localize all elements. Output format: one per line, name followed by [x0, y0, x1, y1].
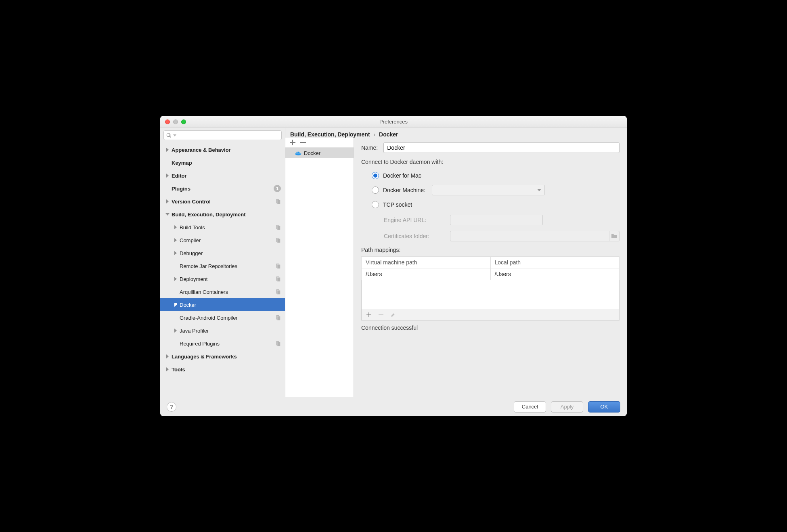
chevron-right-icon	[165, 354, 170, 359]
breadcrumb-separator-icon: ›	[371, 131, 377, 138]
tree-item-label: Build, Execution, Deployment	[172, 212, 281, 218]
update-badge: 1	[274, 185, 281, 192]
svg-rect-0	[300, 142, 306, 143]
tree-item-label: Debugger	[180, 250, 281, 256]
folder-icon	[611, 233, 617, 239]
footer: ? Cancel Apply OK	[160, 397, 627, 416]
path-mappings-empty-area[interactable]	[361, 280, 620, 309]
name-input[interactable]	[383, 142, 620, 153]
window-title: Preferences	[160, 119, 627, 125]
tree-item-gradle-android-compiler[interactable]: Gradle-Android Compiler	[160, 311, 285, 324]
help-button[interactable]: ?	[167, 402, 176, 412]
titlebar: Preferences	[160, 116, 627, 128]
sidebar: Appearance & BehaviorKeymapEditorPlugins…	[160, 128, 285, 397]
tree-item-label: Compiler	[180, 237, 273, 243]
apply-button[interactable]: Apply	[551, 401, 583, 413]
chevron-down-icon	[165, 212, 170, 217]
radio-tcp-socket[interactable]: TCP socket	[372, 197, 620, 212]
tree-item-compiler[interactable]: Compiler	[160, 234, 285, 247]
search-input[interactable]	[178, 132, 279, 138]
tree-item-required-plugins[interactable]: Required Plugins	[160, 337, 285, 350]
search-history-icon[interactable]	[173, 134, 176, 136]
path-mappings-table[interactable]: Virtual machine path Local path /Users/U…	[361, 256, 620, 280]
tree-item-version-control[interactable]: Version Control	[160, 195, 285, 208]
cell-vm-path[interactable]: /Users	[362, 268, 491, 280]
remove-mapping-button[interactable]	[378, 312, 384, 318]
radio-icon	[372, 172, 379, 179]
radio-icon	[372, 186, 379, 194]
add-mapping-button[interactable]	[366, 312, 372, 318]
tree-item-keymap[interactable]: Keymap	[160, 156, 285, 169]
breadcrumb: Build, Execution, Deployment › Docker	[285, 128, 627, 138]
engine-url-label: Engine API URL:	[384, 217, 444, 223]
tree-item-debugger[interactable]: Debugger	[160, 247, 285, 260]
tree-item-plugins[interactable]: Plugins1	[160, 182, 285, 195]
tree-item-label: Deployment	[180, 276, 273, 282]
cell-local-path[interactable]: /Users	[490, 268, 620, 280]
tree-item-remote-jar-repositories[interactable]: Remote Jar Repositories	[160, 260, 285, 272]
preferences-window: Preferences Appearance & BehaviorKeymapE…	[160, 116, 627, 416]
docker-machine-combo[interactable]	[432, 185, 545, 195]
chevron-right-icon	[173, 302, 178, 307]
engine-url-input[interactable]	[450, 215, 543, 225]
spacer-icon	[173, 264, 178, 268]
tree-item-label: Editor	[172, 173, 281, 179]
per-project-icon	[275, 237, 281, 243]
chevron-right-icon	[165, 147, 170, 152]
radio-docker-machine[interactable]: Docker Machine:	[372, 183, 620, 197]
name-label: Name:	[361, 145, 378, 151]
tree-item-label: Keymap	[172, 160, 281, 166]
per-project-icon	[275, 263, 281, 269]
tree-item-label: Appearance & Behavior	[172, 147, 281, 153]
col-vm-path[interactable]: Virtual machine path	[362, 257, 491, 268]
settings-tree[interactable]: Appearance & BehaviorKeymapEditorPlugins…	[160, 142, 285, 397]
chevron-right-icon	[165, 199, 170, 204]
tree-item-docker[interactable]: Docker	[160, 298, 285, 311]
certs-folder-input[interactable]	[450, 231, 609, 241]
tree-item-arquillian-containers[interactable]: Arquillian Containers	[160, 285, 285, 298]
tree-item-languages-frameworks[interactable]: Languages & Frameworks	[160, 350, 285, 363]
spacer-icon	[173, 341, 178, 346]
chevron-down-icon	[537, 189, 541, 191]
remove-server-button[interactable]	[300, 139, 306, 146]
table-row[interactable]: /Users/Users	[362, 268, 620, 280]
search-input-wrap[interactable]	[163, 130, 282, 140]
tree-item-appearance-behavior[interactable]: Appearance & Behavior	[160, 143, 285, 156]
edit-mapping-button[interactable]	[390, 312, 396, 318]
chevron-right-icon	[173, 238, 178, 243]
certs-folder-label: Certificates folder:	[384, 233, 444, 239]
cancel-button[interactable]: Cancel	[514, 401, 546, 413]
browse-folder-button[interactable]	[609, 231, 620, 241]
tree-item-label: Version Control	[172, 199, 273, 205]
tree-item-build-execution-deployment[interactable]: Build, Execution, Deployment	[160, 208, 285, 221]
spacer-icon	[173, 289, 178, 294]
per-project-icon	[275, 199, 281, 204]
path-mappings-toolbar	[361, 309, 620, 320]
server-item-docker[interactable]: Docker	[285, 148, 354, 158]
tree-item-label: Gradle-Android Compiler	[180, 315, 273, 321]
col-local-path[interactable]: Local path	[490, 257, 620, 268]
server-item-label: Docker	[304, 150, 320, 156]
docker-icon	[295, 150, 301, 156]
search-icon	[166, 133, 172, 138]
servers-panel: Docker	[285, 138, 354, 397]
tree-item-build-tools[interactable]: Build Tools	[160, 221, 285, 234]
add-server-button[interactable]	[289, 139, 296, 146]
per-project-icon	[275, 289, 281, 295]
breadcrumb-parent[interactable]: Build, Execution, Deployment	[290, 131, 370, 138]
tree-item-editor[interactable]: Editor	[160, 169, 285, 182]
tree-item-java-profiler[interactable]: Java Profiler	[160, 324, 285, 337]
tree-item-label: Plugins	[172, 186, 271, 192]
chevron-right-icon	[173, 276, 178, 281]
spacer-icon	[165, 160, 170, 165]
tree-item-tools[interactable]: Tools	[160, 363, 285, 376]
per-project-icon	[275, 315, 281, 320]
radio-docker-for-mac[interactable]: Docker for Mac	[372, 168, 620, 183]
servers-list[interactable]: Docker	[285, 148, 354, 397]
connection-status: Connection successful	[361, 325, 620, 331]
ok-button[interactable]: OK	[588, 401, 620, 413]
servers-toolbar	[285, 138, 354, 148]
tree-item-label: Remote Jar Repositories	[180, 263, 273, 269]
tree-item-deployment[interactable]: Deployment	[160, 272, 285, 285]
tree-item-label: Required Plugins	[180, 341, 273, 347]
